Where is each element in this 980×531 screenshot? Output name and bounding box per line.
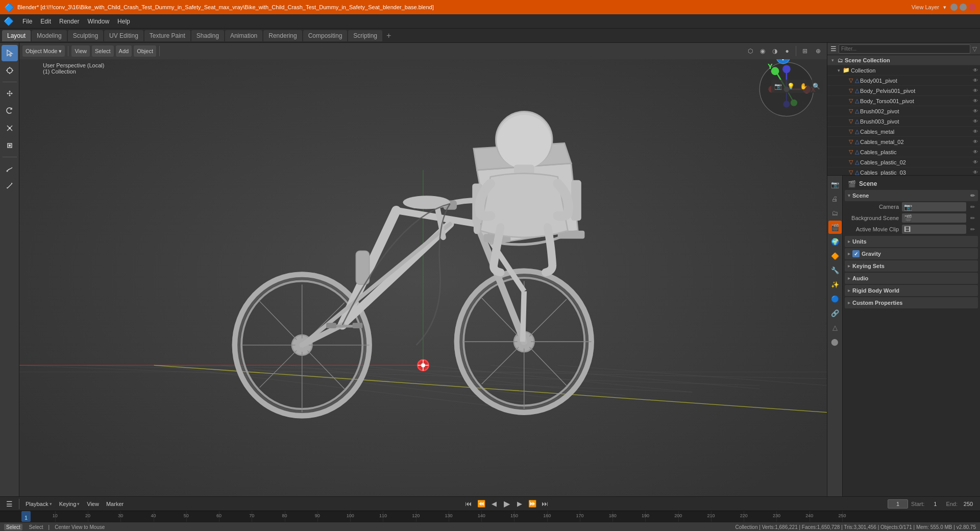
prop-tab-modifier[interactable]: 🔧: [828, 263, 842, 277]
tool-transform[interactable]: [2, 137, 18, 154]
menu-edit[interactable]: Edit: [36, 16, 55, 27]
item-vis-1[interactable]: 👁: [973, 88, 978, 93]
prop-tab-world[interactable]: 🌍: [828, 235, 842, 248]
blender-logo-menu[interactable]: 🔷: [3, 16, 14, 27]
tab-texture-paint[interactable]: Texture Paint: [144, 30, 190, 41]
outliner-filter-icon[interactable]: ▽: [972, 45, 977, 53]
custom-props-header[interactable]: ▸ Custom Properties: [845, 297, 978, 308]
viewport-shading-solid[interactable]: ◉: [757, 45, 768, 57]
units-section-header[interactable]: ▸ Units: [845, 236, 978, 247]
current-frame-input[interactable]: [888, 499, 908, 509]
tab-animation[interactable]: Animation: [225, 30, 262, 41]
item-vis-5[interactable]: 👁: [973, 129, 978, 134]
outliner-collection[interactable]: ▾ 📁 Collection 👁: [827, 65, 980, 76]
prop-tab-constraints[interactable]: 🔗: [828, 306, 842, 320]
add-workspace-button[interactable]: +: [383, 30, 394, 41]
tool-select[interactable]: [2, 45, 18, 61]
tab-rendering[interactable]: Rendering: [263, 30, 302, 41]
outliner-item-7[interactable]: ▽ △ Cables_plastic 👁: [827, 147, 980, 157]
view-light-icon[interactable]: 💡: [785, 81, 796, 92]
tab-compositing[interactable]: Compositing: [303, 30, 348, 41]
outliner-item-2[interactable]: ▽ △ Body_Torso001_pivot 👁: [827, 96, 980, 106]
prop-tab-particles[interactable]: ✨: [828, 278, 842, 291]
tab-shading[interactable]: Shading: [191, 30, 224, 41]
item-vis-7[interactable]: 👁: [973, 149, 978, 155]
view-hand-icon[interactable]: ✋: [798, 81, 809, 92]
tab-modeling[interactable]: Modeling: [32, 30, 67, 41]
object-menu[interactable]: Object: [134, 45, 156, 57]
item-vis-6[interactable]: 👁: [973, 139, 978, 144]
outliner-item-5[interactable]: ▽ △ Cables_metal 👁: [827, 127, 980, 137]
end-frame-value[interactable]: 250: [961, 501, 976, 507]
menu-window[interactable]: Window: [83, 16, 113, 27]
prop-tab-render[interactable]: 📷: [828, 178, 842, 191]
gravity-checkbox[interactable]: ✓: [852, 250, 860, 257]
view-camera-icon[interactable]: 📷: [772, 81, 783, 92]
tl-marker-btn[interactable]: Marker: [104, 499, 126, 509]
outliner-search-input[interactable]: [839, 44, 970, 54]
menu-file[interactable]: File: [18, 16, 36, 27]
tool-annotate[interactable]: [2, 160, 18, 177]
gravity-section-header[interactable]: ▸ ✓ Gravity: [845, 248, 978, 259]
prev-keyframe-btn[interactable]: ⏪: [476, 498, 487, 510]
item-vis-0[interactable]: 👁: [973, 78, 978, 83]
item-vis-3[interactable]: 👁: [973, 108, 978, 114]
view-menu[interactable]: View: [71, 45, 90, 57]
tab-scripting[interactable]: Scripting: [348, 30, 382, 41]
keying-sets-header[interactable]: ▸ Keying Sets: [845, 260, 978, 272]
jump-start-btn[interactable]: ⏮: [463, 498, 474, 510]
movie-clip-edit-icon[interactable]: ✏: [970, 226, 975, 233]
timeline-menu-icon[interactable]: ☰: [4, 499, 15, 509]
play-btn[interactable]: ▶: [501, 498, 512, 510]
tab-layout[interactable]: Layout: [2, 30, 31, 41]
outliner-item-8[interactable]: ▽ △ Cables_plastic_02 👁: [827, 157, 980, 167]
collection-vis-icon[interactable]: 👁: [973, 67, 978, 73]
outliner-scene-collection[interactable]: ▾ 🗂 Scene Collection: [827, 55, 980, 65]
outliner-item-3[interactable]: ▽ △ Brush002_pivot 👁: [827, 106, 980, 116]
prop-tab-material[interactable]: ⬤: [828, 335, 842, 348]
gizmo-toggle[interactable]: ⊕: [813, 45, 824, 57]
view-zoom-icon[interactable]: 🔍: [811, 81, 822, 92]
item-vis-8[interactable]: 👁: [973, 159, 978, 165]
tl-keying-btn[interactable]: Keying ▾: [57, 499, 82, 509]
prop-tab-physics[interactable]: 🔵: [828, 292, 842, 305]
item-vis-9[interactable]: 👁: [973, 170, 978, 175]
3d-viewport[interactable]: Object Mode ▾ View Select Add Object ⬡ ◉…: [19, 43, 827, 496]
next-keyframe-btn[interactable]: ⏩: [527, 498, 538, 510]
tool-scale[interactable]: [2, 120, 18, 136]
tool-cursor[interactable]: [2, 62, 18, 79]
viewport-shading-render[interactable]: ●: [781, 45, 793, 57]
prop-tab-object[interactable]: 🔶: [828, 249, 842, 262]
jump-end-btn[interactable]: ⏭: [540, 498, 551, 510]
viewport-shading-wire[interactable]: ⬡: [745, 45, 756, 57]
object-mode-dropdown[interactable]: Object Mode ▾: [22, 45, 65, 57]
movie-clip-picker[interactable]: 🎞: [902, 225, 966, 234]
outliner-item-1[interactable]: ▽ △ Body_Pelvis001_pivot 👁: [827, 86, 980, 96]
outliner-item-4[interactable]: ▽ △ Brush003_pivot 👁: [827, 116, 980, 127]
tab-uv-editing[interactable]: UV Editing: [104, 30, 143, 41]
item-vis-2[interactable]: 👁: [973, 98, 978, 104]
outliner-item-0[interactable]: ▽ △ Body001_pivot 👁: [827, 76, 980, 86]
prop-tab-viewlayer[interactable]: 🗂: [828, 206, 842, 220]
prev-frame-btn[interactable]: ◀: [488, 498, 500, 510]
add-menu[interactable]: Add: [116, 45, 132, 57]
tl-view-btn[interactable]: View: [85, 499, 101, 509]
scene-section-header[interactable]: ▾ Scene ✏: [845, 190, 978, 201]
bg-scene-edit-icon[interactable]: ✏: [970, 215, 975, 222]
tl-playback-btn[interactable]: Playback ▾: [23, 499, 54, 509]
prop-tab-data[interactable]: △: [828, 321, 842, 334]
outliner-item-6[interactable]: ▽ △ Cables_metal_02 👁: [827, 137, 980, 147]
next-frame-btn[interactable]: ▶: [514, 498, 525, 510]
start-frame-value[interactable]: 1: [927, 501, 943, 507]
tool-measure[interactable]: [2, 178, 18, 194]
close-button[interactable]: [969, 4, 976, 11]
prop-tab-scene[interactable]: 🎬: [828, 221, 842, 234]
timeline-scrubber[interactable]: 1102030405060708090100110120130140150160…: [0, 511, 980, 522]
view-layer-dropdown[interactable]: ▾: [943, 4, 946, 11]
tool-move[interactable]: [2, 85, 18, 102]
outliner-menu-icon[interactable]: ☰: [830, 45, 837, 53]
select-menu[interactable]: Select: [92, 45, 114, 57]
scene-edit-icon[interactable]: ✏: [970, 192, 975, 199]
overlay-toggle[interactable]: ⊞: [799, 45, 811, 57]
camera-picker[interactable]: 📷: [902, 202, 966, 211]
